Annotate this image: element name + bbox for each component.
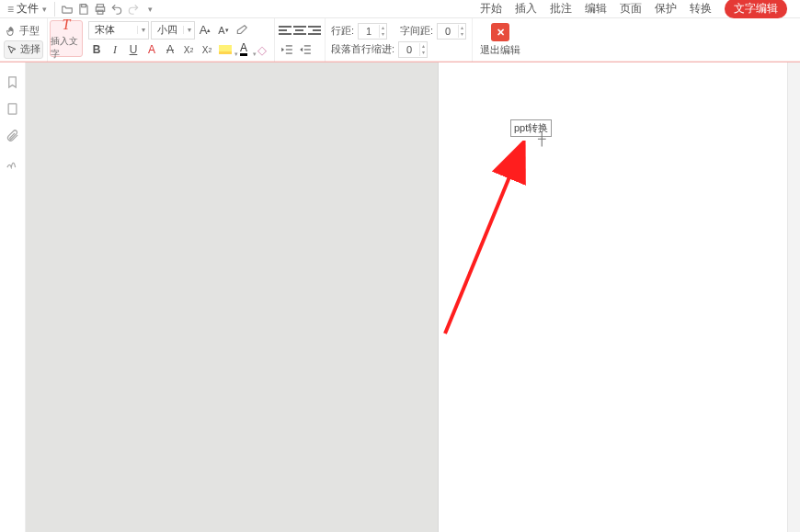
grow-font-icon[interactable]: A▴ xyxy=(197,22,213,39)
redo-icon[interactable] xyxy=(125,1,142,17)
char-spacing-label: 字间距: xyxy=(400,24,433,38)
align-left-icon[interactable] xyxy=(279,24,291,37)
svg-marker-11 xyxy=(300,48,303,52)
open-icon[interactable] xyxy=(59,1,75,17)
char-spacing-stepper[interactable]: 0 ▴▾ xyxy=(437,23,466,40)
chevron-down-icon: ▾ xyxy=(183,26,194,34)
decrease-indent-icon[interactable] xyxy=(279,41,295,58)
font-family-value: 宋体 xyxy=(89,23,137,37)
increase-indent-icon[interactable] xyxy=(297,41,314,58)
svg-rect-0 xyxy=(82,4,86,6)
svg-marker-7 xyxy=(281,48,284,52)
tab-convert[interactable]: 转换 xyxy=(690,1,712,17)
text-box[interactable]: ppt转换 xyxy=(510,119,552,137)
chevron-down-icon: ▾ xyxy=(137,26,148,34)
tab-start[interactable]: 开始 xyxy=(480,1,502,17)
font-size-value: 小四 xyxy=(152,23,183,37)
font-color-icon[interactable]: A xyxy=(235,41,252,58)
strikethrough-icon[interactable]: A xyxy=(162,41,178,58)
highlight-icon[interactable] xyxy=(217,41,234,58)
close-icon: ✕ xyxy=(497,27,505,39)
first-line-indent-stepper[interactable]: 0 ▴▾ xyxy=(398,41,428,58)
tab-insert[interactable]: 插入 xyxy=(515,1,537,17)
line-spacing-label: 行距: xyxy=(331,24,354,38)
sidebar xyxy=(0,62,26,532)
tab-comment[interactable]: 批注 xyxy=(550,1,572,17)
italic-icon[interactable]: I xyxy=(107,41,123,58)
align-group xyxy=(275,18,326,62)
text-cursor-icon: T xyxy=(63,17,71,33)
exit-edit-group: ✕ 退出编辑 xyxy=(473,18,528,62)
exit-edit-label: 退出编辑 xyxy=(480,43,520,57)
cursor-tools-group: 手型 选择 xyxy=(0,18,48,62)
align-center-icon[interactable] xyxy=(293,24,306,37)
thumbnails-icon[interactable] xyxy=(6,102,19,116)
select-tool[interactable]: 选择 xyxy=(4,40,43,59)
insert-text-label: 插入文字 xyxy=(51,35,82,61)
insert-text-button[interactable]: T 插入文字 xyxy=(50,20,83,57)
hand-tool[interactable]: 手型 xyxy=(4,22,43,40)
file-menu-label: 文件 xyxy=(17,1,39,17)
more-icon[interactable]: ▾ xyxy=(142,1,158,17)
tab-text-edit[interactable]: 文字编辑 xyxy=(725,0,787,18)
select-tool-label: 选择 xyxy=(20,42,40,56)
svg-rect-12 xyxy=(8,104,17,114)
chevron-down-icon: ▾ xyxy=(42,5,47,14)
separator xyxy=(54,2,55,17)
exit-edit-button[interactable]: ✕ xyxy=(491,23,509,41)
save-icon[interactable] xyxy=(75,1,92,17)
tab-edit[interactable]: 编辑 xyxy=(585,1,607,17)
tab-page[interactable]: 页面 xyxy=(620,1,642,17)
annotation-arrow-icon xyxy=(440,141,551,343)
underline-icon[interactable]: U xyxy=(125,41,142,58)
print-icon[interactable] xyxy=(92,1,109,17)
font-red-icon[interactable]: A xyxy=(143,41,160,58)
titlebar: ≡ 文件 ▾ ▾ 开始 插入 批注 编辑 页面 保护 转换 文字编辑 xyxy=(0,0,800,18)
spacing-group: 行距: 1 ▴▾ 字间距: 0 ▴▾ 段落首行缩进: 0 ▴▾ xyxy=(326,18,473,62)
document-page[interactable]: ppt转换 ┼ xyxy=(438,62,787,532)
ribbon-tabs: 开始 插入 批注 编辑 页面 保护 转换 文字编辑 xyxy=(480,0,796,18)
line-spacing-stepper[interactable]: 1 ▴▾ xyxy=(358,23,387,40)
font-family-select[interactable]: 宋体 ▾ xyxy=(88,21,149,40)
ribbon: 手型 选择 T 插入文字 宋体 ▾ 小四 ▾ A▴ A▾ B xyxy=(0,18,800,62)
svg-line-14 xyxy=(445,148,521,334)
main-area: ppt转换 ┼ xyxy=(0,62,800,532)
font-size-select[interactable]: 小四 ▾ xyxy=(151,21,195,40)
subscript-icon[interactable]: X2 xyxy=(199,41,215,58)
bold-icon[interactable]: B xyxy=(88,41,105,58)
tab-protect[interactable]: 保护 xyxy=(655,1,677,17)
fill-color-icon[interactable]: ◇ xyxy=(254,41,270,58)
signature-icon[interactable] xyxy=(6,155,19,169)
shrink-font-icon[interactable]: A▾ xyxy=(215,22,232,39)
font-group: 宋体 ▾ 小四 ▾ A▴ A▾ B I U A A X2 X2 A ◇ xyxy=(85,18,275,62)
first-line-indent-label: 段落首行缩进: xyxy=(331,42,394,56)
hand-tool-label: 手型 xyxy=(19,24,40,38)
hamburger-icon: ≡ xyxy=(7,3,13,16)
clear-format-icon[interactable] xyxy=(234,22,250,39)
undo-icon[interactable] xyxy=(109,1,125,17)
file-menu[interactable]: ≡ 文件 ▾ xyxy=(4,1,51,17)
vertical-scrollbar[interactable] xyxy=(787,62,800,532)
attachment-icon[interactable] xyxy=(6,129,19,142)
canvas-background xyxy=(26,62,438,532)
superscript-icon[interactable]: X2 xyxy=(180,41,197,58)
align-right-icon[interactable] xyxy=(308,24,321,37)
bookmark-icon[interactable] xyxy=(6,75,19,89)
